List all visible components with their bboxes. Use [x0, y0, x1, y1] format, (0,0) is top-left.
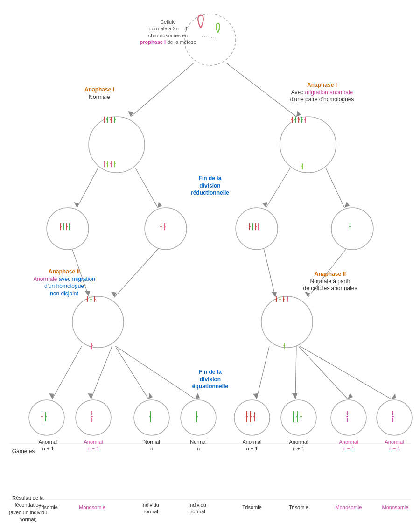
svg-point-6: [331, 208, 373, 250]
svg-line-21: [77, 168, 98, 208]
svg-point-1: [89, 117, 145, 173]
result3-label: Individu normal: [134, 502, 167, 515]
svg-marker-46: [253, 393, 258, 399]
svg-line-31: [114, 248, 159, 297]
anaphase1-right-label: Anaphase I Avec migration anormale d'une…: [280, 82, 364, 104]
gamete5-label: Anormal n + 1: [236, 439, 268, 452]
result7-label: Monosomie: [330, 504, 367, 511]
result1-label: Trisomie: [32, 504, 64, 511]
svg-marker-44: [195, 393, 200, 399]
svg-marker-24: [158, 202, 162, 208]
result5-label: Trisomie: [236, 504, 268, 511]
svg-point-16: [377, 400, 412, 435]
fin-division-reductionnelle-label: Fin de la division réductionnelle: [180, 175, 240, 197]
gamete6-label: Anormal n + 1: [282, 439, 315, 452]
svg-marker-18: [128, 111, 133, 117]
fin-division-equationnelle-label: Fin de la division équationnelle: [179, 369, 242, 391]
gamete3-label: Normal n: [135, 439, 168, 452]
gamete7-label: Anormal n − 1: [332, 439, 365, 452]
svg-marker-48: [292, 393, 297, 399]
result6-label: Trisomie: [282, 504, 315, 511]
svg-line-41: [115, 346, 148, 399]
gamete8-label: Anormal n − 1: [378, 439, 411, 452]
anaphase2-right-label: Anaphase II Normale à partir de cellules…: [289, 271, 371, 293]
svg-marker-22: [74, 202, 79, 208]
svg-line-37: [52, 346, 82, 399]
svg-point-2: [280, 117, 336, 173]
svg-point-3: [47, 208, 89, 250]
svg-point-12: [181, 400, 216, 435]
diagram-svg: [0, 0, 420, 532]
svg-marker-36: [305, 292, 310, 297]
svg-point-4: [145, 208, 187, 250]
svg-point-9: [29, 400, 64, 435]
svg-line-25: [266, 168, 290, 208]
svg-point-14: [281, 400, 316, 435]
svg-marker-38: [49, 393, 54, 399]
svg-line-27: [326, 168, 344, 208]
gamete1-label: Anormal n + 1: [32, 439, 64, 452]
svg-point-11: [134, 400, 169, 435]
svg-marker-28: [344, 202, 350, 208]
svg-line-39: [91, 346, 112, 399]
svg-line-51: [300, 346, 391, 399]
gamete4-label: Normal n: [182, 439, 215, 452]
svg-marker-42: [148, 393, 153, 399]
svg-marker-20: [296, 111, 301, 117]
svg-marker-52: [391, 393, 396, 399]
diagram-container: Cellulenormale à 2n = 4chromosomes enpro…: [0, 0, 420, 532]
result4-label: Individu normal: [181, 502, 214, 515]
svg-point-13: [234, 400, 270, 435]
svg-point-15: [331, 400, 366, 435]
anaphase2-left-label: Anaphase II Anormale avec migration d'un…: [23, 268, 105, 297]
svg-point-5: [236, 208, 278, 250]
svg-line-45: [257, 346, 269, 399]
result8-label: Monosomie: [377, 504, 414, 511]
svg-marker-50: [348, 393, 353, 399]
result2-label: Monosomie: [75, 504, 110, 511]
svg-line-33: [264, 248, 275, 297]
svg-line-49: [299, 346, 348, 399]
svg-line-47: [295, 346, 296, 399]
svg-point-10: [76, 400, 111, 435]
svg-line-23: [135, 168, 158, 208]
top-cell-label: Cellulenormale à 2n = 4chromosomes enpro…: [138, 19, 198, 45]
svg-line-17: [131, 63, 194, 117]
svg-point-8: [261, 296, 313, 348]
gamete2-label: Anormal n − 1: [77, 439, 110, 452]
anaphase1-left-label: Anaphase I Normale: [71, 86, 127, 101]
svg-point-7: [72, 296, 124, 348]
